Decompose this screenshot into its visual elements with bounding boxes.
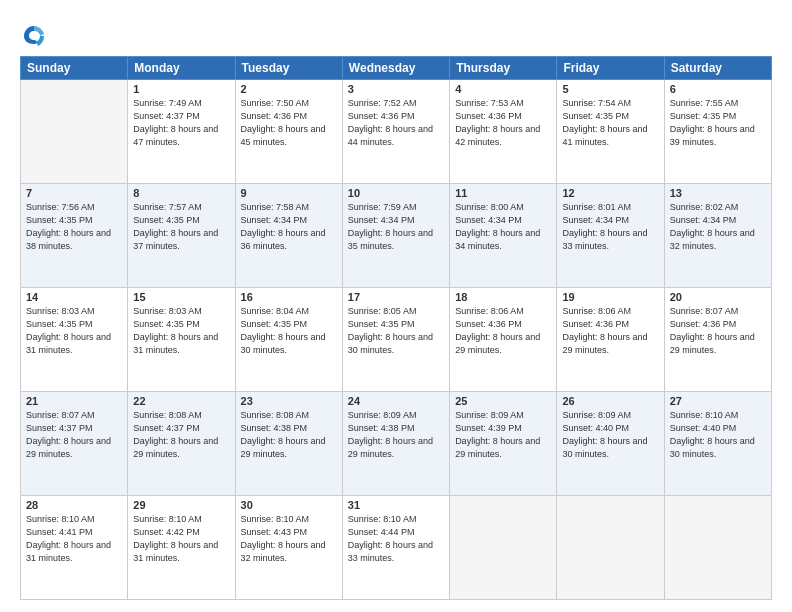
- calendar-day-cell: 26 Sunrise: 8:09 AMSunset: 4:40 PMDaylig…: [557, 392, 664, 496]
- day-number: 19: [562, 291, 658, 303]
- day-info: Sunrise: 7:54 AMSunset: 4:35 PMDaylight:…: [562, 97, 658, 149]
- day-info: Sunrise: 7:57 AMSunset: 4:35 PMDaylight:…: [133, 201, 229, 253]
- calendar-header-friday: Friday: [557, 57, 664, 80]
- calendar-day-cell: 3 Sunrise: 7:52 AMSunset: 4:36 PMDayligh…: [342, 80, 449, 184]
- calendar-header-tuesday: Tuesday: [235, 57, 342, 80]
- calendar-day-cell: [664, 496, 771, 600]
- calendar-week-row: 1 Sunrise: 7:49 AMSunset: 4:37 PMDayligh…: [21, 80, 772, 184]
- day-info: Sunrise: 8:06 AMSunset: 4:36 PMDaylight:…: [562, 305, 658, 357]
- day-number: 29: [133, 499, 229, 511]
- day-info: Sunrise: 8:04 AMSunset: 4:35 PMDaylight:…: [241, 305, 337, 357]
- calendar-day-cell: 28 Sunrise: 8:10 AMSunset: 4:41 PMDaylig…: [21, 496, 128, 600]
- calendar-day-cell: 7 Sunrise: 7:56 AMSunset: 4:35 PMDayligh…: [21, 184, 128, 288]
- day-number: 13: [670, 187, 766, 199]
- calendar-day-cell: 16 Sunrise: 8:04 AMSunset: 4:35 PMDaylig…: [235, 288, 342, 392]
- day-number: 25: [455, 395, 551, 407]
- calendar-day-cell: 8 Sunrise: 7:57 AMSunset: 4:35 PMDayligh…: [128, 184, 235, 288]
- day-number: 11: [455, 187, 551, 199]
- day-number: 28: [26, 499, 122, 511]
- day-info: Sunrise: 8:10 AMSunset: 4:42 PMDaylight:…: [133, 513, 229, 565]
- page: SundayMondayTuesdayWednesdayThursdayFrid…: [0, 0, 792, 612]
- calendar-day-cell: 10 Sunrise: 7:59 AMSunset: 4:34 PMDaylig…: [342, 184, 449, 288]
- calendar-header-saturday: Saturday: [664, 57, 771, 80]
- day-info: Sunrise: 8:10 AMSunset: 4:44 PMDaylight:…: [348, 513, 444, 565]
- calendar-day-cell: 20 Sunrise: 8:07 AMSunset: 4:36 PMDaylig…: [664, 288, 771, 392]
- calendar-day-cell: 18 Sunrise: 8:06 AMSunset: 4:36 PMDaylig…: [450, 288, 557, 392]
- day-info: Sunrise: 8:03 AMSunset: 4:35 PMDaylight:…: [133, 305, 229, 357]
- day-number: 8: [133, 187, 229, 199]
- calendar-day-cell: 27 Sunrise: 8:10 AMSunset: 4:40 PMDaylig…: [664, 392, 771, 496]
- day-info: Sunrise: 8:10 AMSunset: 4:43 PMDaylight:…: [241, 513, 337, 565]
- day-info: Sunrise: 8:02 AMSunset: 4:34 PMDaylight:…: [670, 201, 766, 253]
- day-info: Sunrise: 8:05 AMSunset: 4:35 PMDaylight:…: [348, 305, 444, 357]
- day-number: 17: [348, 291, 444, 303]
- header: [20, 18, 772, 50]
- day-number: 26: [562, 395, 658, 407]
- day-number: 20: [670, 291, 766, 303]
- day-info: Sunrise: 8:10 AMSunset: 4:40 PMDaylight:…: [670, 409, 766, 461]
- day-info: Sunrise: 7:59 AMSunset: 4:34 PMDaylight:…: [348, 201, 444, 253]
- calendar-day-cell: 6 Sunrise: 7:55 AMSunset: 4:35 PMDayligh…: [664, 80, 771, 184]
- day-info: Sunrise: 8:10 AMSunset: 4:41 PMDaylight:…: [26, 513, 122, 565]
- day-info: Sunrise: 8:07 AMSunset: 4:36 PMDaylight:…: [670, 305, 766, 357]
- calendar-day-cell: 30 Sunrise: 8:10 AMSunset: 4:43 PMDaylig…: [235, 496, 342, 600]
- day-number: 14: [26, 291, 122, 303]
- day-info: Sunrise: 7:55 AMSunset: 4:35 PMDaylight:…: [670, 97, 766, 149]
- day-number: 31: [348, 499, 444, 511]
- day-number: 22: [133, 395, 229, 407]
- calendar-day-cell: 31 Sunrise: 8:10 AMSunset: 4:44 PMDaylig…: [342, 496, 449, 600]
- calendar-week-row: 7 Sunrise: 7:56 AMSunset: 4:35 PMDayligh…: [21, 184, 772, 288]
- day-info: Sunrise: 8:01 AMSunset: 4:34 PMDaylight:…: [562, 201, 658, 253]
- day-info: Sunrise: 8:03 AMSunset: 4:35 PMDaylight:…: [26, 305, 122, 357]
- calendar-day-cell: [557, 496, 664, 600]
- day-number: 18: [455, 291, 551, 303]
- day-info: Sunrise: 7:49 AMSunset: 4:37 PMDaylight:…: [133, 97, 229, 149]
- calendar-week-row: 21 Sunrise: 8:07 AMSunset: 4:37 PMDaylig…: [21, 392, 772, 496]
- calendar-day-cell: 12 Sunrise: 8:01 AMSunset: 4:34 PMDaylig…: [557, 184, 664, 288]
- calendar-header-row: SundayMondayTuesdayWednesdayThursdayFrid…: [21, 57, 772, 80]
- day-info: Sunrise: 8:07 AMSunset: 4:37 PMDaylight:…: [26, 409, 122, 461]
- logo-icon: [20, 22, 48, 50]
- day-info: Sunrise: 8:06 AMSunset: 4:36 PMDaylight:…: [455, 305, 551, 357]
- day-info: Sunrise: 7:50 AMSunset: 4:36 PMDaylight:…: [241, 97, 337, 149]
- calendar-day-cell: 19 Sunrise: 8:06 AMSunset: 4:36 PMDaylig…: [557, 288, 664, 392]
- day-number: 9: [241, 187, 337, 199]
- calendar-day-cell: 15 Sunrise: 8:03 AMSunset: 4:35 PMDaylig…: [128, 288, 235, 392]
- day-info: Sunrise: 7:56 AMSunset: 4:35 PMDaylight:…: [26, 201, 122, 253]
- calendar-day-cell: 11 Sunrise: 8:00 AMSunset: 4:34 PMDaylig…: [450, 184, 557, 288]
- calendar-day-cell: 21 Sunrise: 8:07 AMSunset: 4:37 PMDaylig…: [21, 392, 128, 496]
- calendar-header-monday: Monday: [128, 57, 235, 80]
- day-number: 4: [455, 83, 551, 95]
- day-info: Sunrise: 8:09 AMSunset: 4:40 PMDaylight:…: [562, 409, 658, 461]
- calendar-day-cell: 24 Sunrise: 8:09 AMSunset: 4:38 PMDaylig…: [342, 392, 449, 496]
- calendar-day-cell: 4 Sunrise: 7:53 AMSunset: 4:36 PMDayligh…: [450, 80, 557, 184]
- calendar-header-thursday: Thursday: [450, 57, 557, 80]
- calendar-day-cell: 13 Sunrise: 8:02 AMSunset: 4:34 PMDaylig…: [664, 184, 771, 288]
- calendar-day-cell: 22 Sunrise: 8:08 AMSunset: 4:37 PMDaylig…: [128, 392, 235, 496]
- calendar-day-cell: 5 Sunrise: 7:54 AMSunset: 4:35 PMDayligh…: [557, 80, 664, 184]
- day-number: 21: [26, 395, 122, 407]
- calendar-header-sunday: Sunday: [21, 57, 128, 80]
- day-info: Sunrise: 7:53 AMSunset: 4:36 PMDaylight:…: [455, 97, 551, 149]
- calendar-day-cell: 2 Sunrise: 7:50 AMSunset: 4:36 PMDayligh…: [235, 80, 342, 184]
- day-number: 2: [241, 83, 337, 95]
- day-number: 1: [133, 83, 229, 95]
- day-number: 16: [241, 291, 337, 303]
- day-info: Sunrise: 8:08 AMSunset: 4:37 PMDaylight:…: [133, 409, 229, 461]
- calendar-day-cell: [450, 496, 557, 600]
- day-number: 15: [133, 291, 229, 303]
- day-number: 24: [348, 395, 444, 407]
- day-info: Sunrise: 8:09 AMSunset: 4:39 PMDaylight:…: [455, 409, 551, 461]
- day-number: 6: [670, 83, 766, 95]
- calendar-day-cell: 1 Sunrise: 7:49 AMSunset: 4:37 PMDayligh…: [128, 80, 235, 184]
- calendar-day-cell: 9 Sunrise: 7:58 AMSunset: 4:34 PMDayligh…: [235, 184, 342, 288]
- calendar-day-cell: 14 Sunrise: 8:03 AMSunset: 4:35 PMDaylig…: [21, 288, 128, 392]
- calendar-week-row: 14 Sunrise: 8:03 AMSunset: 4:35 PMDaylig…: [21, 288, 772, 392]
- day-number: 7: [26, 187, 122, 199]
- day-number: 5: [562, 83, 658, 95]
- day-number: 12: [562, 187, 658, 199]
- calendar-day-cell: 23 Sunrise: 8:08 AMSunset: 4:38 PMDaylig…: [235, 392, 342, 496]
- day-number: 27: [670, 395, 766, 407]
- day-info: Sunrise: 7:58 AMSunset: 4:34 PMDaylight:…: [241, 201, 337, 253]
- day-number: 10: [348, 187, 444, 199]
